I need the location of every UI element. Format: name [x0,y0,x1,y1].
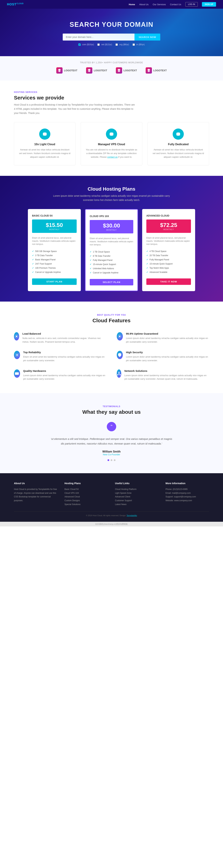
footer-link-news[interactable]: Latest News [115,503,159,506]
footer-link-custom[interactable]: Custom Designs [64,499,108,503]
tld-org[interactable]: .org ($8/yr) [115,43,129,46]
footer-support: Support: support@company.com [166,495,209,499]
plans-grid: BASIC CLOUD 5X $15.50 MONTHLY Etiam sit … [28,209,195,291]
tld-in[interactable]: .in ($5/yr) [133,43,145,46]
footer-link-speed[interactable]: Light Speed Zone [115,491,159,495]
logo-1: LOGOTEXT [56,67,77,73]
footer-about-text: Host Cloud is provided by TemplateMo for… [14,488,57,502]
start-plan-button[interactable]: START PLAN [32,278,77,285]
login-button[interactable]: LOG IN [185,2,198,7]
logo-icon-2 [86,67,92,73]
feature-network: Network Solutions Lorem ipsum dolor amet… [117,369,209,381]
load-balanced-icon [14,332,19,341]
service-card-2: Managed VPS Cloud You are not allowed to… [81,122,142,165]
security-icon [117,351,123,359]
watermark-bar: 站长素材(zhanzhang.cn)更多免费模板 [0,522,223,526]
footer-about: About Us Host Cloud is provided by Templ… [14,482,57,506]
templatemo-link[interactable]: TemplateMo [127,515,137,517]
plan-desc-vps: Etiam sit amet placerat lacus, sed place… [90,237,133,246]
plan-desc-basic: Etiam sit amet placerat lacus, sed place… [32,236,77,246]
footer-email: Email: mail@company.com [166,491,209,495]
footer-useful: Useful Links Cloud Hosting Platform Ligh… [115,482,159,506]
plan-name-vps: CLOUD VPS 10X [90,215,133,218]
plan-feature-advanced-1: 4 TB Cloud Space [146,249,191,253]
services-label: Hosting Services [14,91,209,93]
svg-point-3 [16,336,17,337]
nav-about[interactable]: About Us [139,3,148,6]
service-title-3: Fully Dedicated [152,143,204,146]
plan-name-basic: BASIC CLOUD 5X [32,214,77,217]
plan-feature-vps-4: 15-minute Quick Support [90,262,133,267]
plan-feature-advanced-5: Top Notch Web Apps [146,266,191,270]
footer-link-basic[interactable]: Basic Cloud 5X [64,488,108,491]
features-grid: Load Balanced Nulla sed ex, vehicula in … [14,332,209,381]
hero-section: SEARCH YOUR DOMAIN SEARCH NOW .com ($10/… [0,9,223,56]
signup-button[interactable]: SIGN UP [202,2,216,7]
plan-feature-basic-5: 100 Premium Themes [32,266,77,270]
logo-3: LOGOTEXT [116,67,137,73]
service-desc-2: You are not allowed to re-distribute thi… [86,148,137,159]
plan-card-advanced: ADVANCED CLOUD $72.25 MONTHLY Etiam sit … [142,209,195,291]
plan-feature-advanced-2: 20 TB Data Transfer [146,253,191,257]
testimonials-label: Testimonials [14,405,209,408]
footer-phone: Phone: (012)0123-0065 [166,488,209,491]
contact-link[interactable]: contact us [107,156,118,158]
services-section: Hosting Services Services we provide Hos… [0,81,223,176]
svg-point-7 [119,372,119,373]
service-card-3: Fully Dedicated Aenean sit amet leo vita… [147,122,209,165]
service-desc-3: Aenean sit amet leo vitae tellus vehicul… [152,148,204,159]
svg-point-4 [119,336,120,337]
feature-text-load-balanced: Load Balanced Nulla sed ex, vehicula in … [22,332,106,344]
feature-title-3: High Security [126,351,209,354]
logo-icon-1 [56,67,62,73]
tld-net[interactable]: .net ($12/yr) [97,43,112,46]
quote-icon: " [107,422,116,431]
dot-3[interactable] [114,459,115,461]
plan-price-box-advanced: $72.25 MONTHLY [146,219,191,233]
nav-services[interactable]: Our Services [153,3,166,6]
feature-uptime: 99.9% Uptime Guaranteed Lorem ipsum dolo… [117,332,209,344]
feature-title-0: Load Balanced [22,332,106,335]
svg-point-9 [120,374,120,375]
footer-link-special[interactable]: Special Solutions [64,503,108,506]
testimonial-dots [14,459,209,461]
tld-options: .com ($10/yr) .net ($12/yr) .org ($8/yr)… [7,43,216,46]
domain-input[interactable] [63,34,135,40]
footer-link-advanced-client[interactable]: Advanced Client [115,495,159,499]
footer-more-title: More Information [166,482,209,485]
feature-text-security: High Security Lorem ipsum dolor amet tax… [126,351,209,363]
plan-feature-basic-6: Cancel or Upgrade Anytime [32,270,77,274]
network-icon [117,369,121,378]
service-icon-2 [106,128,117,140]
footer-link-support[interactable]: Customer Support [115,499,159,503]
dot-1[interactable] [108,459,109,461]
feature-text-uptime: 99.9% Uptime Guaranteed Lorem ipsum dolo… [126,332,209,344]
dot-2[interactable] [111,459,112,461]
plan-card-basic: BASIC CLOUD 5X $15.50 MONTHLY Etiam sit … [28,209,81,291]
search-button[interactable]: SEARCH NOW [135,34,160,40]
logo-icon-4 [146,67,152,73]
select-plan-button[interactable]: SELECT PLAN [90,279,133,285]
services-desc: Host Cloud is a professional Bootstrap 4… [14,103,136,115]
take-it-now-button[interactable]: TAKE IT NOW [146,278,191,285]
nav-contact[interactable]: Contact Us [170,3,181,6]
plan-features-basic: 500 GB Storage Space 3 TB Data Transfer … [32,249,77,274]
plan-price-vps: $30.00 [92,222,131,229]
nav-home[interactable]: Home [129,3,135,6]
navbar: HOSTCLOUD Home About Us Our Services Con… [0,0,223,9]
footer-link-platform[interactable]: Cloud Hosting Platform [115,488,159,491]
plan-feature-basic-1: 500 GB Storage Space [32,249,77,253]
footer-link-advanced[interactable]: Advanced Cloud [64,495,108,499]
footer-website: Website: www.company.com [166,499,209,503]
plans-section: Cloud Hosting Plans Lorem ipsum dolor am… [0,176,223,302]
plan-feature-vps-2: 8 TB Data Transfer [90,254,133,258]
plan-feature-vps-5: Unlimited Web Addons [90,267,133,271]
footer-link-vps[interactable]: Cloud VPS 10X [64,491,108,495]
feature-desc-5: Lorem ipsum dolor amet taxidermy srirach… [124,374,209,381]
plan-feature-advanced-3: Fully Managed Panel [146,257,191,262]
feature-text-hardware: Quality Hardwares Lorem ipsum dolor amet… [23,369,106,381]
plan-feature-vps-3: Fully Managed Panel [90,258,133,262]
tld-com[interactable]: .com ($10/yr) [78,43,94,46]
nav-links: Home About Us Our Services Contact Us LO… [129,2,216,7]
features-section: Best Quality for you Cloud Features Load… [0,302,223,393]
